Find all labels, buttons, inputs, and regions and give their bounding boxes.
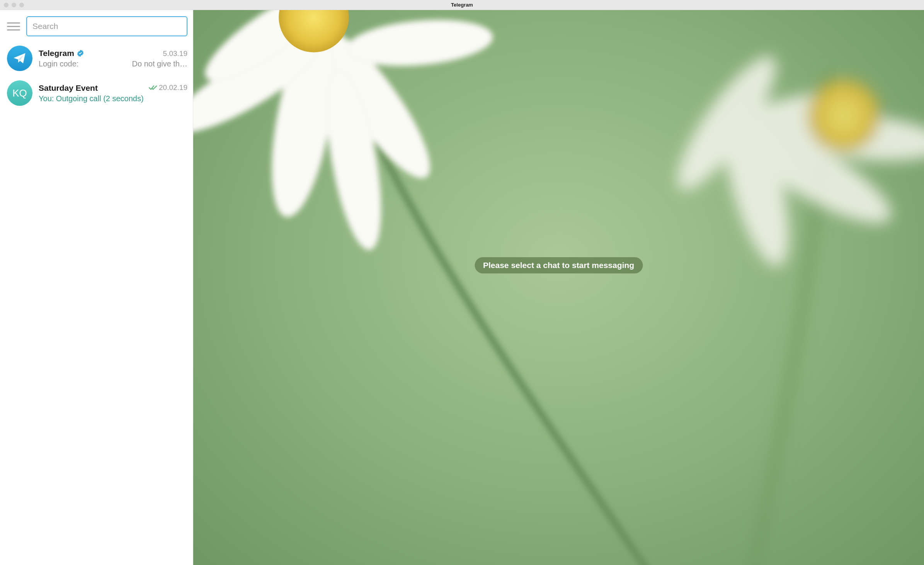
chat-item-body: Telegram 5.03.19 Login code: Do not g <box>39 49 187 68</box>
window-title: Telegram <box>0 2 924 8</box>
chat-date-label: 20.02.19 <box>159 83 187 92</box>
chat-list[interactable]: Telegram 5.03.19 Login code: Do not g <box>0 41 193 565</box>
paper-plane-icon <box>12 51 27 66</box>
avatar: KQ <box>7 80 32 106</box>
chat-name: Telegram <box>39 49 84 58</box>
sidebar: Telegram 5.03.19 Login code: Do not g <box>0 10 193 565</box>
menu-button[interactable] <box>7 22 20 31</box>
avatar-initials: KQ <box>12 87 27 99</box>
svg-point-14 <box>807 80 880 153</box>
chat-preview-left: Login code: <box>39 59 78 68</box>
chat-item-body: Saturday Event 20.02.19 You: Outgoing ca… <box>39 83 187 103</box>
window-minimize-button[interactable] <box>12 3 16 7</box>
search-wrap <box>26 16 187 36</box>
chat-preview: You: Outgoing call (2 seconds) <box>39 94 144 103</box>
chat-area: Please select a chat to start messaging <box>193 10 924 565</box>
chat-item-saturday-event[interactable]: KQ Saturday Event 20.02.19 <box>0 76 193 110</box>
window-titlebar: Telegram <box>0 0 924 10</box>
chat-background-illustration <box>193 10 924 565</box>
verified-icon <box>77 49 84 57</box>
sidebar-header <box>0 10 193 41</box>
chat-date-label: 5.03.19 <box>163 49 187 58</box>
app-root: Telegram 5.03.19 Login code: Do not g <box>0 10 924 565</box>
chat-name-label: Telegram <box>39 49 74 58</box>
chat-date: 5.03.19 <box>163 49 187 58</box>
window-zoom-button[interactable] <box>19 3 24 7</box>
hamburger-icon <box>7 22 20 24</box>
double-check-icon <box>149 85 157 91</box>
avatar <box>7 46 32 71</box>
window-controls[interactable] <box>0 3 24 7</box>
chat-date: 20.02.19 <box>149 83 187 92</box>
chat-name: Saturday Event <box>39 83 98 93</box>
chat-name-label: Saturday Event <box>39 83 98 93</box>
search-input[interactable] <box>26 16 187 36</box>
chat-item-telegram[interactable]: Telegram 5.03.19 Login code: Do not g <box>0 41 193 76</box>
window-close-button[interactable] <box>4 3 9 7</box>
empty-chat-prompt: Please select a chat to start messaging <box>475 257 643 273</box>
empty-chat-prompt-label: Please select a chat to start messaging <box>483 261 634 270</box>
chat-preview-right: Do not give th… <box>132 59 187 68</box>
